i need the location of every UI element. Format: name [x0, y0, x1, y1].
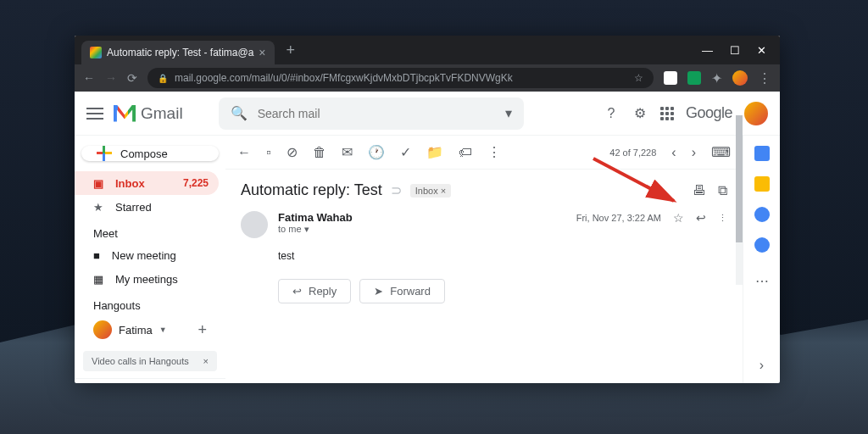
close-window-icon[interactable]: ✕: [757, 44, 766, 57]
email-timestamp: Fri, Nov 27, 3:22 AM: [576, 213, 661, 223]
snooze-icon[interactable]: 🕐: [368, 144, 385, 160]
reply-arrow-icon: ↩: [292, 285, 302, 298]
inbox-icon: ▣: [93, 177, 103, 190]
hangouts-tabs: 👤 99 📞: [75, 378, 225, 383]
browser-window: Automatic reply: Test - fatima@a × + — ☐…: [75, 36, 780, 383]
scrollbar[interactable]: [736, 136, 743, 285]
main-panel: ← ▫ ⊘ 🗑 ✉ 🕐 ✓ 📁 🏷 ⋮ 42 of 7,228 ‹ › ⌨ Au…: [225, 136, 743, 383]
sidebar-item-starred[interactable]: ★ Starred: [75, 195, 219, 219]
browser-tab[interactable]: Automatic reply: Test - fatima@a ×: [81, 41, 275, 64]
gmail-header: Gmail 🔍 ▾ ? ⚙ Google: [75, 92, 780, 136]
url-text: mail.google.com/mail/u/0/#inbox/FMfcgxwK…: [175, 72, 513, 84]
user-avatar: [93, 320, 112, 339]
gmail-favicon: [90, 47, 102, 58]
reply-icon[interactable]: ↩: [696, 211, 706, 225]
reload-icon[interactable]: ⟳: [127, 71, 137, 85]
star-icon: ★: [93, 201, 103, 214]
important-icon[interactable]: ⊃: [391, 182, 402, 198]
more-addons-icon[interactable]: ⋯: [755, 273, 769, 289]
reply-button[interactable]: ↩ Reply: [278, 279, 351, 303]
apps-icon[interactable]: [660, 107, 674, 120]
plus-icon: [97, 146, 112, 161]
next-email-icon[interactable]: ›: [692, 145, 696, 160]
tasks-addon-icon[interactable]: [754, 207, 770, 222]
collapse-panel-icon[interactable]: ›: [760, 358, 764, 373]
profile-avatar[interactable]: [732, 70, 748, 86]
side-panel: ⋯ ›: [743, 136, 780, 383]
menu-icon[interactable]: [86, 108, 103, 120]
keep-addon-icon[interactable]: [754, 176, 770, 192]
unread-icon[interactable]: ✉: [342, 144, 353, 160]
labels-icon[interactable]: 🏷: [459, 145, 472, 160]
bookmark-star-icon[interactable]: ☆: [634, 72, 643, 84]
sidebar-item-inbox[interactable]: ▣ Inbox 7,225: [75, 171, 219, 195]
extensions-icon[interactable]: ✦: [711, 70, 722, 86]
hangouts-header: Hangouts: [75, 291, 225, 315]
print-icon[interactable]: 🖶: [693, 183, 706, 198]
minimize-icon[interactable]: —: [702, 44, 713, 57]
archive-icon[interactable]: ▫: [266, 145, 271, 160]
my-meetings-button[interactable]: ▦ My meetings: [75, 267, 219, 291]
address-bar: ← → ⟳ 🔒 mail.google.com/mail/u/0/#inbox/…: [75, 64, 780, 92]
lock-icon: 🔒: [158, 74, 168, 83]
page-count: 42 of 7,228: [609, 147, 656, 158]
spam-icon[interactable]: ⊘: [287, 144, 298, 160]
extension-icon[interactable]: [687, 71, 701, 85]
add-contact-icon[interactable]: +: [198, 321, 207, 339]
account-avatar[interactable]: [744, 102, 768, 125]
titlebar: Automatic reply: Test - fatima@a × + — ☐…: [75, 36, 780, 64]
search-options-icon[interactable]: ▾: [505, 105, 512, 121]
tab-title: Automatic reply: Test - fatima@a: [107, 47, 253, 58]
new-tab-button[interactable]: +: [287, 42, 296, 59]
hangouts-user[interactable]: Fatima ▼ +: [75, 315, 225, 344]
compose-button[interactable]: Compose: [81, 146, 219, 161]
prev-email-icon[interactable]: ‹: [671, 145, 676, 160]
star-email-icon[interactable]: ☆: [673, 211, 684, 225]
sender-avatar[interactable]: [241, 211, 268, 238]
forward-arrow-icon: ➤: [374, 285, 383, 298]
back-to-inbox-icon[interactable]: ←: [237, 145, 251, 160]
forward-icon[interactable]: →: [105, 71, 117, 85]
calendar-addon-icon[interactable]: [754, 146, 770, 161]
browser-menu-icon[interactable]: ⋮: [758, 70, 771, 86]
sender-name: Fatima Wahab: [278, 211, 566, 224]
search-box[interactable]: 🔍 ▾: [219, 97, 524, 130]
url-input[interactable]: 🔒 mail.google.com/mail/u/0/#inbox/FMfcgx…: [147, 68, 654, 88]
search-icon: 🔍: [231, 105, 248, 121]
email-toolbar: ← ▫ ⊘ 🗑 ✉ 🕐 ✓ 📁 🏷 ⋮ 42 of 7,228 ‹ › ⌨: [225, 136, 743, 170]
back-icon[interactable]: ←: [83, 71, 95, 85]
sidebar: Compose ▣ Inbox 7,225 ★ Starred Meet ■ N…: [75, 136, 225, 383]
email-body: test: [278, 250, 727, 262]
email-more-icon[interactable]: ⋮: [718, 213, 727, 224]
meet-header: Meet: [75, 219, 225, 243]
contacts-addon-icon[interactable]: [754, 237, 770, 253]
tasks-icon[interactable]: ✓: [400, 144, 411, 160]
forward-button[interactable]: ➤ Forward: [359, 279, 445, 303]
gmail-logo[interactable]: Gmail: [114, 104, 183, 123]
camera-icon: ■: [93, 249, 100, 262]
email-view: Automatic reply: Test ⊃ Inbox × 🖶 ⧉ Fati…: [225, 170, 743, 383]
help-icon[interactable]: ?: [603, 105, 620, 122]
settings-icon[interactable]: ⚙: [632, 105, 648, 122]
open-window-icon[interactable]: ⧉: [718, 183, 727, 198]
hangouts-banner: Video calls in Hangouts ×: [83, 351, 217, 371]
search-input[interactable]: [258, 107, 495, 120]
close-banner-icon[interactable]: ×: [203, 356, 209, 366]
more-icon[interactable]: ⋮: [487, 144, 501, 160]
google-label: Google: [686, 104, 732, 122]
extension-icon[interactable]: [664, 71, 677, 85]
inbox-label[interactable]: Inbox ×: [410, 184, 451, 198]
calendar-icon: ▦: [93, 273, 103, 286]
new-meeting-button[interactable]: ■ New meeting: [75, 243, 219, 267]
close-tab-icon[interactable]: ×: [259, 46, 265, 59]
maximize-icon[interactable]: ☐: [730, 44, 740, 57]
move-icon[interactable]: 📁: [426, 144, 443, 160]
chevron-down-icon: ▼: [159, 326, 167, 334]
input-tools-icon[interactable]: ⌨: [711, 144, 731, 160]
email-subject: Automatic reply: Test: [241, 181, 382, 199]
delete-icon[interactable]: 🗑: [313, 145, 326, 160]
sender-to[interactable]: to me ▾: [278, 224, 566, 235]
